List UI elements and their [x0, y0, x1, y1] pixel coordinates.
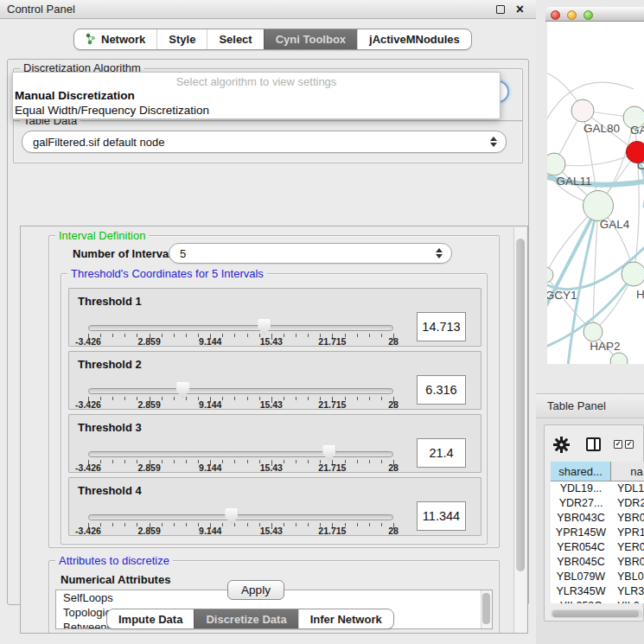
slider-track[interactable]	[88, 514, 393, 520]
slider-tick	[381, 397, 382, 400]
cell-name[interactable]: YER0	[611, 540, 644, 555]
table-row[interactable]: YBL079WYBL0	[551, 570, 644, 584]
cell-name[interactable]: YLR3	[611, 584, 644, 599]
zoom-traffic-light-icon[interactable]	[583, 10, 593, 20]
column-header-name[interactable]: na	[611, 462, 644, 481]
cell-shared-name[interactable]: YBL079W	[551, 570, 611, 584]
tab-discretize-data[interactable]: Discretize Data	[194, 609, 297, 628]
cell-shared-name[interactable]: YBR045C	[551, 555, 611, 570]
tab-label: Discretize Data	[206, 613, 286, 626]
slider-track[interactable]	[88, 451, 393, 457]
tab-select[interactable]: Select	[207, 29, 263, 49]
node-label: GAL11	[556, 175, 591, 188]
cell-shared-name[interactable]: YLR345W	[551, 584, 611, 599]
network-canvas[interactable]: GAL80GACGAL11GAL4GCY1HHAP2	[547, 22, 644, 364]
network-node-gal80[interactable]	[571, 99, 594, 122]
network-window-titlebar[interactable]	[545, 7, 644, 22]
slider-tick	[296, 460, 296, 463]
cell-name[interactable]: YDL1	[611, 481, 644, 496]
slider-tick	[308, 397, 309, 400]
network-node-gal11[interactable]	[547, 153, 565, 175]
cell-shared-name[interactable]: YDR27...	[551, 496, 611, 511]
slider-tick-label: 2.859	[137, 526, 160, 536]
cell-shared-name[interactable]: YIL052C	[551, 599, 611, 603]
cell-name[interactable]: YDR2	[611, 496, 644, 511]
slider-tick	[222, 334, 223, 337]
slider-tick	[162, 460, 163, 463]
tab-jactivemnodules[interactable]: jActiveMNodules	[357, 29, 471, 49]
threshold-value-field[interactable]: 14.713	[417, 312, 466, 341]
dropdown-option-manual[interactable]: Manual Discretization	[13, 88, 500, 103]
float-window-icon[interactable]	[496, 5, 505, 14]
tab-label: jActiveMNodules	[369, 33, 460, 46]
cell-shared-name[interactable]: YDL19...	[551, 481, 611, 496]
slider-tick	[308, 460, 309, 463]
apply-button[interactable]: Apply	[227, 580, 284, 600]
slider-thumb[interactable]	[322, 445, 335, 462]
network-node-gal4[interactable]	[583, 191, 614, 221]
tab-style[interactable]: Style	[156, 29, 207, 49]
table-row[interactable]: YBR045CYBR0	[551, 555, 644, 570]
column-header-shared-name[interactable]: shared...	[551, 462, 611, 481]
settings-scrollbar[interactable]	[513, 227, 526, 634]
slider-track[interactable]	[88, 388, 393, 394]
table-row[interactable]: YIL052CYIL0	[551, 599, 644, 603]
dropdown-option-equal-width[interactable]: Equal Width/Frequency Discretization	[13, 103, 500, 118]
table-row[interactable]: YBR043CYBR0	[551, 511, 644, 526]
table-row[interactable]: YPR145WYPR1	[551, 526, 644, 540]
slider-tick	[247, 523, 248, 526]
network-node-hap2[interactable]	[583, 322, 603, 341]
cell-name[interactable]: YBR0	[611, 511, 644, 526]
table-horizontal-scrollbar[interactable]	[551, 609, 643, 618]
tab-infer-network[interactable]: Infer Network	[298, 609, 393, 628]
checkbox-icon[interactable]: ✓	[625, 440, 634, 449]
slider-tick	[369, 397, 370, 400]
close-icon[interactable]: ×	[516, 1, 524, 18]
table-row[interactable]: YDR27...YDR2	[551, 496, 644, 511]
tab-impute-data[interactable]: Impute Data	[107, 609, 194, 628]
close-traffic-light-icon[interactable]	[551, 10, 560, 20]
panel-title: Control Panel	[7, 3, 75, 16]
threshold-value-field[interactable]: 11.344	[417, 501, 466, 531]
cell-shared-name[interactable]: YER054C	[551, 540, 611, 555]
slider-tick	[381, 460, 382, 463]
tab-network[interactable]: Network	[74, 29, 156, 49]
slider-tick	[357, 460, 358, 463]
minimize-traffic-light-icon[interactable]	[567, 10, 577, 20]
network-graph: GAL80GACGAL11GAL4GCY1HHAP2	[547, 22, 644, 364]
network-node-gcy1[interactable]	[547, 267, 553, 283]
cell-shared-name[interactable]: YBR043C	[551, 511, 611, 526]
gear-icon[interactable]	[553, 437, 570, 456]
table-row[interactable]: YER054CYER0	[551, 540, 644, 555]
slider-thumb[interactable]	[176, 382, 189, 399]
slider-track[interactable]	[88, 325, 393, 331]
table-row[interactable]: YDL19...YDL1	[551, 481, 644, 496]
cell-shared-name[interactable]: YPR145W	[551, 526, 611, 540]
table-data-combobox[interactable]: galFiltered.sif default node	[22, 131, 507, 153]
slider-tick	[186, 460, 187, 463]
table-row[interactable]: YLR345WYLR3	[551, 584, 644, 599]
scrollbar-thumb[interactable]	[552, 610, 639, 617]
checkbox-icon[interactable]: ✓	[614, 440, 622, 449]
slider-tick-label: 21.715	[318, 526, 346, 536]
top-tabbar: NetworkStyleSelectCyni ToolboxjActiveMNo…	[73, 29, 472, 50]
cell-name[interactable]: YBR0	[611, 555, 644, 570]
split-columns-icon[interactable]	[586, 437, 601, 451]
cell-name[interactable]: YPR1	[611, 526, 644, 540]
slider-tick	[162, 523, 163, 526]
threshold-value-field[interactable]: 6.316	[417, 375, 466, 405]
slider-tick	[234, 523, 235, 526]
cell-name[interactable]: YBL0	[611, 570, 644, 584]
slider-thumb[interactable]	[225, 508, 238, 525]
combo-stepper-icon	[436, 248, 443, 258]
attributes-scrollbar[interactable]	[481, 590, 492, 628]
slider-tick	[124, 460, 125, 463]
network-node-h[interactable]	[622, 262, 644, 286]
scrollbar-thumb[interactable]	[516, 239, 525, 571]
num-intervals-combobox[interactable]: 5	[169, 243, 452, 264]
cell-name[interactable]: YIL0	[611, 599, 640, 603]
threshold-value-field[interactable]: 21.4	[417, 438, 466, 468]
settings-scrollpanel: Interval Definition Number of Intervals …	[20, 226, 528, 634]
tab-cyni-toolbox[interactable]: Cyni Toolbox	[264, 29, 357, 49]
interval-definition-title: Interval Definition	[55, 229, 149, 242]
